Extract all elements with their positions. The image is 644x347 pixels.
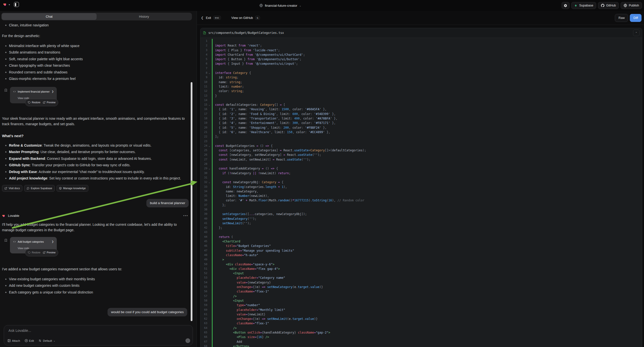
- version-card-add-budget-categories[interactable]: Add budget categories ❯ View code Restor…: [10, 237, 57, 254]
- chevron-right-icon: ❯: [52, 239, 54, 244]
- chat-input[interactable]: [8, 328, 158, 333]
- explore-supabase-button[interactable]: Explore Supabase: [24, 185, 55, 192]
- code-editor: 12345678⌄9101112131415⌄16171819202122232…: [200, 38, 642, 347]
- project-globe-icon: [260, 4, 263, 7]
- restore-icon: [28, 251, 30, 254]
- supabase-button[interactable]: Supabase: [571, 2, 596, 9]
- list-item: Subtle animations and transitions: [2, 49, 187, 56]
- message-circle-icon: [27, 187, 29, 190]
- list-item: View existing budget categories with the…: [2, 276, 187, 282]
- message-more-icon[interactable]: •••: [183, 213, 188, 218]
- list-item: Debug with Ease: Activate our experiment…: [2, 168, 187, 175]
- aesthetic-heading: For the design aesthetic:: [2, 33, 187, 38]
- whats-next-heading: What's next?: [2, 134, 192, 138]
- view-on-github-button[interactable]: View on GitHub: [231, 16, 253, 20]
- edit-target-icon: [25, 339, 28, 342]
- tab-chat[interactable]: Chat: [2, 13, 96, 20]
- list-item: Add new budget categories with custom li…: [2, 282, 187, 289]
- send-button[interactable]: ↑: [186, 338, 190, 343]
- restore-button[interactable]: Restore: [28, 250, 40, 255]
- back-chevron-icon[interactable]: ❮: [201, 16, 204, 20]
- intro-list: Clean, intuitive navigation: [2, 22, 192, 29]
- code-icon: [13, 240, 16, 243]
- raw-toggle-button[interactable]: Raw: [615, 14, 628, 22]
- tab-history[interactable]: History: [96, 13, 192, 20]
- esc-key-badge: ESC: [213, 16, 221, 20]
- manage-knowledge-button[interactable]: Manage knowledge: [56, 185, 88, 192]
- added-text: I've added a new budget categories manag…: [2, 266, 187, 272]
- gear-icon: [564, 4, 567, 8]
- external-link-icon: [43, 251, 46, 254]
- visit-docs-button[interactable]: Visit docs: [2, 185, 22, 192]
- diff-toggle-button[interactable]: Diff: [630, 14, 642, 22]
- sliders-icon: [38, 339, 42, 342]
- project-title: financial-future-creator: [265, 4, 297, 8]
- restore-button[interactable]: Restore: [28, 100, 40, 105]
- preview-button[interactable]: Preview: [43, 250, 56, 255]
- publish-globe-icon: [624, 4, 627, 7]
- project-switcher[interactable]: financial-future-creator ⌄: [260, 0, 301, 11]
- logo-chevron-down-icon[interactable]: ▾: [9, 3, 10, 6]
- restore-preview-pill: Restore Preview: [25, 249, 58, 256]
- chat-scrollbar[interactable]: [191, 82, 192, 321]
- file-added-icon: [203, 31, 206, 34]
- user-message: build a financial planner: [146, 199, 189, 207]
- github-button[interactable]: GitHub: [598, 2, 619, 9]
- file-card: src/components/budget/BudgetCategories.t…: [200, 28, 642, 347]
- list-item: Soft, neutral color palette with light b…: [2, 56, 187, 62]
- lovable-avatar-icon: [2, 214, 6, 218]
- supabase-icon: [574, 4, 578, 7]
- model-selector[interactable]: Default ⌄: [38, 339, 55, 342]
- whats-next-list: Refine & Customize: Tweak the design, an…: [2, 142, 192, 182]
- sidebar-toggle-icon[interactable]: [14, 2, 19, 7]
- list-item: Clean, intuitive navigation: [2, 22, 187, 29]
- added-list: View existing budget categories with the…: [2, 276, 192, 296]
- lovable-logo-icon[interactable]: [3, 2, 7, 6]
- bookmark-icon[interactable]: [4, 88, 8, 92]
- publish-button[interactable]: Publish: [620, 2, 642, 9]
- version-card-row: Add budget categories ❯ View code Restor…: [4, 237, 192, 254]
- quick-actions: Visit docs Explore Supabase Manage knowl…: [2, 185, 192, 192]
- chat-history-tabs: Chat History: [1, 13, 192, 20]
- preview-button[interactable]: Preview: [43, 100, 56, 105]
- attach-button[interactable]: Attach: [8, 339, 20, 342]
- version-card-implement-financial-planner[interactable]: Implement financial planner ❯ View code …: [10, 87, 57, 103]
- ready-text: Your sleek financial planner is now read…: [2, 116, 187, 127]
- code-view-header: ❮ Exit ESC View on GitHub G Raw Diff: [197, 11, 644, 25]
- exit-button[interactable]: Exit: [206, 16, 211, 20]
- code-icon: [13, 90, 16, 93]
- chevron-right-icon: ❯: [52, 89, 54, 94]
- list-item: Add project knowledge: Set key context o…: [2, 175, 187, 182]
- image-icon: [8, 339, 11, 342]
- assistant-name: Lovable: [8, 213, 20, 218]
- aesthetic-list: Minimalist interface with plenty of whit…: [2, 42, 192, 82]
- list-item: Minimalist interface with plenty of whit…: [2, 42, 187, 49]
- restore-preview-pill: Restore Preview: [25, 99, 58, 106]
- package-icon: [59, 187, 62, 190]
- list-item: Rounded corners and subtle shadows: [2, 69, 187, 76]
- chat-panel: Chat History Clean, intuitive navigation…: [0, 11, 197, 347]
- list-item: Each category gets a unique color for vi…: [2, 289, 187, 296]
- bookmark-icon[interactable]: [4, 238, 8, 242]
- assistant-message-header: Lovable •••: [2, 213, 192, 218]
- code-lines: import React from 'react';import { Plus …: [212, 39, 642, 347]
- external-link-icon: [43, 101, 46, 104]
- list-item: Refine & Customize: Tweak the design, an…: [2, 142, 187, 149]
- external-link-icon: [4, 187, 7, 190]
- file-header[interactable]: src/components/budget/BudgetCategories.t…: [200, 28, 642, 38]
- help-text: I'll help you add budget categories to t…: [2, 222, 187, 233]
- list-item: Master Prompting: Use clear, detailed, a…: [2, 148, 187, 155]
- project-chevron-down-icon: ⌄: [299, 4, 301, 7]
- collapse-file-button[interactable]: ⌃: [633, 30, 640, 36]
- list-item: Expand with Backend: Connect Supabase to…: [2, 155, 187, 162]
- restore-icon: [28, 101, 30, 104]
- list-item: Glass-morphic elements for a premium fee…: [2, 76, 187, 82]
- github-icon: [601, 4, 604, 7]
- chat-input-box[interactable]: Attach Edit Default ⌄ ↑: [4, 325, 193, 346]
- code-view-panel: ❮ Exit ESC View on GitHub G Raw Diff src…: [197, 11, 644, 347]
- settings-button[interactable]: [562, 2, 570, 9]
- edit-button[interactable]: Edit: [25, 339, 34, 342]
- file-path: src/components/budget/BudgetCategories.t…: [208, 31, 284, 34]
- chat-scroll-area: Clean, intuitive navigation For the desi…: [0, 22, 197, 325]
- user-message: would be cool if you could add budget ca…: [108, 308, 187, 316]
